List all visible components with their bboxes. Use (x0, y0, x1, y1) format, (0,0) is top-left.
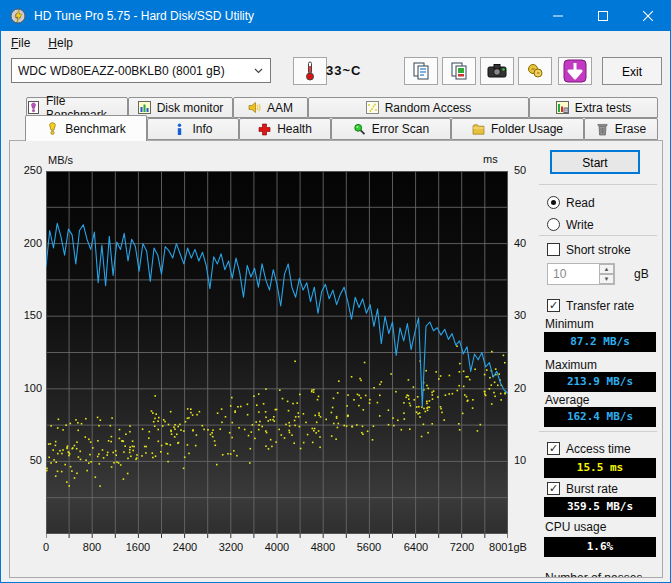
y-right-tick-label: 30 (514, 309, 544, 321)
access-time-label: Access time (566, 442, 631, 456)
folder-usage-icon (472, 123, 485, 136)
transfer-rate-checkbox[interactable]: ✓ (547, 299, 560, 312)
health-icon (258, 123, 271, 136)
close-button[interactable] (625, 1, 670, 31)
info-icon (173, 123, 186, 136)
separator (539, 184, 657, 185)
drive-select-value: WDC WD80EAZZ-00BKLB0 (8001 gB) (18, 64, 225, 78)
hdtune-logo-icon (10, 8, 26, 24)
download-icon (563, 59, 587, 83)
update-button[interactable] (558, 57, 592, 85)
random-access-icon (366, 101, 379, 114)
tab-error-scan[interactable]: Error Scan (331, 118, 451, 140)
separator (539, 431, 657, 432)
short-stroke-stepper[interactable]: ▲ ▼ (599, 264, 614, 284)
tab-label: Disk monitor (157, 101, 224, 115)
file-benchmark-icon (27, 101, 40, 114)
tab-benchmark[interactable]: Benchmark (25, 115, 147, 141)
maximum-value: 213.9 MB/s (544, 372, 656, 392)
minimum-value: 87.2 MB/s (544, 332, 656, 352)
maximize-button[interactable] (580, 1, 625, 31)
chart-canvas (46, 171, 508, 539)
copy-text-icon (411, 61, 431, 81)
separator (539, 235, 657, 236)
number-of-passes-label: Number of passes (545, 571, 642, 578)
title-bar[interactable]: HD Tune Pro 5.75 - Hard Disk/SSD Utility (1, 1, 670, 31)
copy-image-button[interactable] (442, 57, 476, 85)
y-right-tick-label: 50 (514, 164, 544, 176)
cpu-usage-label: CPU usage (545, 520, 606, 534)
app-window: HD Tune Pro 5.75 - Hard Disk/SSD Utility… (0, 0, 671, 583)
copy-text-button[interactable] (404, 57, 438, 85)
minimum-label: Minimum (545, 317, 594, 331)
maximum-label: Maximum (545, 358, 597, 372)
read-radio[interactable] (547, 196, 560, 209)
menu-help[interactable]: Help (46, 34, 75, 52)
tab-health[interactable]: Health (239, 118, 331, 140)
temperature-value: 33~C (326, 63, 361, 78)
benchmark-page: MB/s ms 25020015010050 5040302010 080016… (9, 140, 663, 578)
tab-folder-usage[interactable]: Folder Usage (451, 118, 584, 140)
short-stroke-unit: gB (634, 267, 649, 281)
menu-bar: File Help (1, 31, 670, 54)
write-radio[interactable] (547, 218, 560, 231)
tab-label: Benchmark (65, 122, 126, 136)
cpu-usage-value: 1.6% (544, 537, 656, 557)
tab-info[interactable]: Info (147, 118, 239, 140)
camera-icon (486, 61, 508, 81)
benchmark-icon (46, 122, 59, 135)
drive-select[interactable]: WDC WD80EAZZ-00BKLB0 (8001 gB) (11, 58, 271, 83)
stepper-down-icon[interactable]: ▼ (599, 274, 614, 284)
burst-rate-label: Burst rate (566, 482, 618, 496)
write-label: Write (566, 218, 594, 232)
y-right-tick-label: 20 (514, 382, 544, 394)
tab-label: AAM (267, 101, 293, 115)
erase-icon (596, 123, 609, 136)
menu-file[interactable]: File (9, 34, 32, 52)
tab-aam[interactable]: AAM (233, 97, 308, 118)
tab-label: Error Scan (372, 122, 429, 136)
aam-icon (248, 101, 261, 114)
y-left-tick-label: 150 (10, 309, 42, 321)
tab-label: Info (192, 122, 212, 136)
average-value: 162.4 MB/s (544, 407, 656, 427)
access-time-value: 15.5 ms (544, 458, 656, 478)
minimize-button[interactable] (535, 1, 580, 31)
tab-label: Random Access (385, 101, 472, 115)
tab-extra-tests[interactable]: Extra tests (529, 97, 658, 118)
exit-button[interactable]: Exit (602, 57, 662, 85)
thermometer-icon (304, 61, 316, 81)
extra-tests-icon (556, 101, 569, 114)
y-right-tick-label: 40 (514, 237, 544, 249)
tab-random-access[interactable]: Random Access (308, 97, 529, 118)
burst-rate-value: 359.5 MB/s (544, 497, 656, 517)
tab-label: Extra tests (575, 101, 632, 115)
copy-image-icon (449, 61, 469, 81)
y-left-tick-label: 200 (10, 237, 42, 249)
disk-monitor-icon (138, 101, 151, 114)
y-left-tick-label: 50 (10, 454, 42, 466)
stepper-up-icon[interactable]: ▲ (599, 264, 614, 274)
temperature-button[interactable] (293, 57, 327, 85)
tab-label: Erase (615, 122, 646, 136)
y-left-tick-label: 250 (10, 164, 42, 176)
window-title: HD Tune Pro 5.75 - Hard Disk/SSD Utility (34, 9, 254, 23)
burst-rate-checkbox[interactable]: ✓ (547, 482, 560, 495)
register-button[interactable] (518, 57, 552, 85)
average-label: Average (545, 393, 589, 407)
short-stroke-label: Short stroke (566, 243, 631, 257)
screenshot-button[interactable] (480, 57, 514, 85)
start-button[interactable]: Start (550, 150, 640, 174)
chevron-down-icon (254, 68, 263, 74)
tab-label: Folder Usage (491, 122, 563, 136)
y-left-tick-label: 100 (10, 382, 42, 394)
tab-erase[interactable]: Erase (584, 118, 658, 140)
y-right-unit: ms (483, 153, 498, 165)
access-time-checkbox[interactable]: ✓ (547, 442, 560, 455)
short-stroke-checkbox[interactable] (547, 243, 560, 256)
error-scan-icon (353, 123, 366, 136)
tab-label: Health (277, 122, 312, 136)
x-tick-label: 8001gB (478, 541, 538, 553)
y-left-unit: MB/s (48, 154, 73, 166)
benchmark-chart (46, 171, 508, 539)
